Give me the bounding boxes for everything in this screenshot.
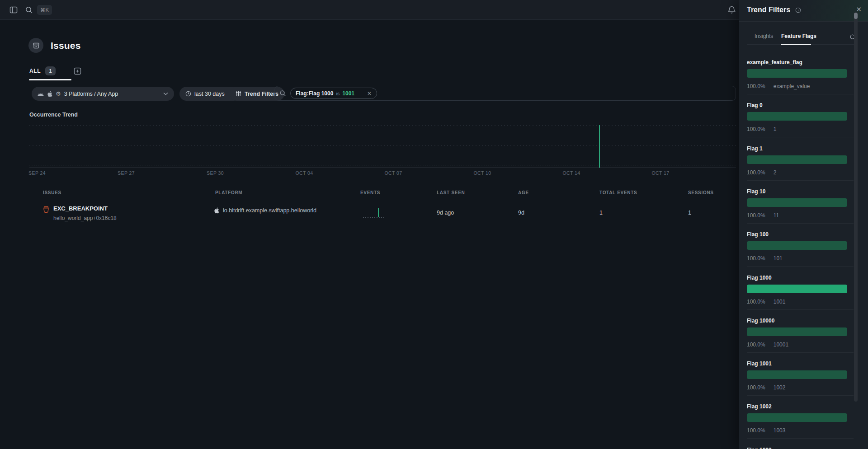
flag-values: 100.0%1001 (747, 299, 785, 305)
sidebar-toggle-icon[interactable] (8, 5, 19, 15)
platform-bundle-id: io.bitdrift.example.swiftapp.helloworld (223, 207, 316, 214)
flag-divider (747, 94, 854, 94)
scrollbar-thumb[interactable] (854, 13, 858, 19)
chart-x-label: OCT 14 (563, 170, 580, 176)
flag-value: 1001 (774, 299, 786, 305)
col-header-issues[interactable]: ISSUES (43, 190, 61, 195)
flag-distribution-bar[interactable] (747, 327, 847, 336)
flag-name: Flag 1 (747, 145, 854, 152)
flag-name: Flag 10 (747, 188, 854, 195)
apple-icon (47, 91, 52, 97)
flag-values: 100.0%2 (747, 169, 776, 176)
platform-icons: ⚙ (38, 91, 61, 97)
flag-values: 100.0%1003 (747, 427, 785, 434)
flag-values: 100.0%11 (747, 212, 779, 219)
events-sparkline-spike (378, 208, 379, 217)
flag-value: 10001 (774, 341, 788, 348)
tab-all[interactable]: ALL 1 (29, 66, 56, 75)
issue-subtitle: hello_world_app+0x16c18 (53, 215, 117, 221)
flag-divider (747, 180, 854, 181)
panel-scrollbar[interactable] (854, 12, 858, 402)
col-header-last-seen[interactable]: LAST SEEN (437, 190, 465, 195)
issue-title[interactable]: EXC_BREAKPOINT (53, 205, 108, 212)
col-header-events[interactable]: EVENTS (360, 190, 380, 195)
notifications-bell-icon[interactable] (726, 5, 737, 15)
search-shortcut-badge: ⌘K (37, 5, 52, 15)
flag-item[interactable]: example_feature_flag100.0%example_value (747, 59, 854, 102)
search-filter-chip[interactable]: Flag:Flag 1000 is 1001 ✕ (290, 88, 377, 99)
flag-name: Flag 1000 (747, 275, 854, 281)
flag-distribution-bar[interactable] (747, 198, 847, 207)
platform-cell: io.bitdrift.example.swiftapp.helloworld (214, 207, 316, 214)
flag-value: 1003 (774, 427, 786, 434)
time-range-label: last 30 days (194, 91, 225, 97)
flag-item[interactable]: Flag 1002100.0%1003 (747, 403, 854, 446)
issues-tabs: ALL 1 (29, 66, 56, 81)
chevron-down-icon (163, 92, 168, 95)
flag-distribution-bar[interactable] (747, 69, 847, 78)
sessions-cell: 1 (688, 210, 691, 216)
flag-values: 100.0%1 (747, 126, 776, 132)
flag-item[interactable]: Flag 100100.0%101 (747, 231, 854, 274)
flag-divider (747, 438, 854, 439)
flag-item[interactable]: Flag 0100.0%1 (747, 102, 854, 145)
flag-values: 100.0%10001 (747, 341, 788, 348)
age-cell: 9d (518, 210, 524, 216)
chip-remove-icon[interactable]: ✕ (367, 90, 372, 97)
feature-flags-list: example_feature_flag100.0%example_valueF… (739, 45, 868, 449)
flag-value: 2 (774, 169, 777, 176)
occurrence-spike[interactable] (599, 125, 600, 168)
panel-tabs: Insights Feature Flags (747, 31, 858, 45)
col-header-age[interactable]: AGE (518, 190, 529, 195)
flag-divider (747, 395, 854, 396)
chart-x-label: OCT 04 (296, 170, 313, 176)
chart-gridline (29, 145, 736, 146)
flag-distribution-bar[interactable] (747, 370, 847, 379)
flag-name: Flag 10000 (747, 318, 854, 324)
info-icon[interactable] (795, 7, 801, 13)
flag-item[interactable]: Flag 1003 (747, 447, 854, 449)
flag-name: Flag 1003 (747, 447, 854, 449)
flag-name: example_feature_flag (747, 59, 854, 65)
flag-distribution-bar[interactable] (747, 413, 847, 422)
flag-distribution-bar[interactable] (747, 241, 847, 250)
search-icon[interactable] (24, 5, 34, 15)
flag-value: 11 (774, 212, 779, 219)
chart-x-label: OCT 17 (652, 170, 670, 176)
flag-item[interactable]: Flag 10100.0%11 (747, 188, 854, 231)
flag-name: Flag 1002 (747, 403, 854, 410)
flag-item[interactable]: Flag 1000100.0%1001 (747, 275, 854, 318)
flag-values: 100.0%101 (747, 255, 783, 262)
chart-x-label: OCT 07 (385, 170, 402, 176)
chart-gridline (29, 125, 736, 126)
flag-name: Flag 100 (747, 231, 854, 238)
flag-value: 101 (774, 255, 783, 262)
flag-distribution-bar-selected[interactable] (747, 285, 847, 293)
total-events-cell: 1 (599, 210, 603, 216)
col-header-sessions[interactable]: SESSIONS (688, 190, 714, 195)
flag-percent: 100.0% (747, 83, 765, 89)
panel-title: Trend Filters (747, 6, 790, 14)
flag-item[interactable]: Flag 1001100.0%1002 (747, 360, 854, 403)
col-header-platform[interactable]: PLATFORM (215, 190, 242, 195)
sliders-icon (236, 91, 241, 97)
flag-percent: 100.0% (747, 384, 765, 391)
flag-value: 1 (774, 126, 777, 132)
col-header-total-events[interactable]: TOTAL EVENTS (599, 190, 637, 195)
main-content: Issues ALL 1 ⚙ 3 Platforms / Any App (0, 20, 739, 449)
chip-field: Flag:Flag 1000 (296, 90, 333, 97)
flag-item[interactable]: Flag 1100.0%2 (747, 145, 854, 188)
flag-percent: 100.0% (747, 427, 765, 434)
flag-divider (747, 352, 854, 353)
issues-search-input[interactable]: Flag:Flag 1000 is 1001 ✕ (274, 86, 736, 101)
chart-x-label: OCT 10 (474, 170, 491, 176)
issues-box-icon (28, 38, 43, 53)
platform-filter-dropdown[interactable]: ⚙ 3 Platforms / Any App (32, 87, 174, 101)
add-view-icon[interactable] (73, 67, 82, 75)
flag-values: 100.0%1002 (747, 384, 785, 391)
tab-insights[interactable]: Insights (755, 33, 773, 39)
tab-feature-flags[interactable]: Feature Flags (781, 33, 816, 39)
flag-distribution-bar[interactable] (747, 112, 847, 121)
flag-distribution-bar[interactable] (747, 155, 847, 164)
flag-item[interactable]: Flag 10000100.0%10001 (747, 318, 854, 360)
